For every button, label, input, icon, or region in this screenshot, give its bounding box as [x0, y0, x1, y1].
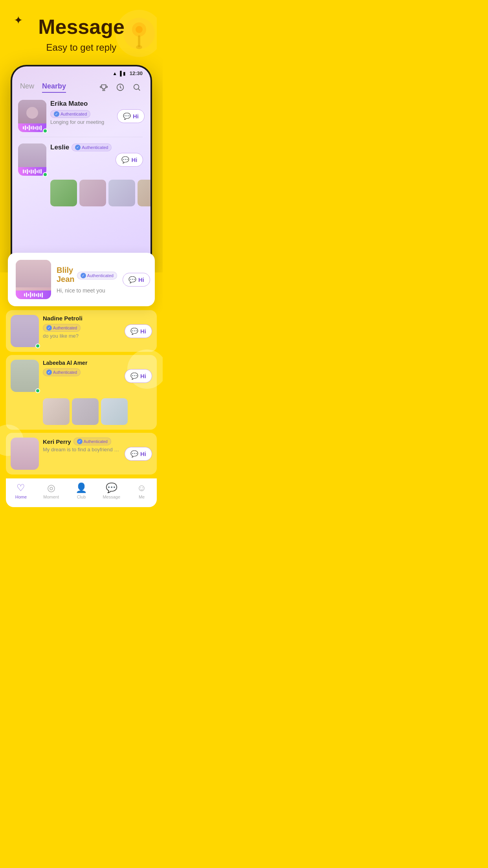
avatar-wrap [18, 100, 46, 132]
auth-badge: ✓ Authenticated [73, 438, 111, 445]
user-info: Leslie ✓ Authenticated [50, 143, 112, 153]
floating-avatar [16, 260, 51, 299]
hi-button[interactable]: 💬 Hi [125, 324, 152, 338]
nav-item-club[interactable]: 👤 Club [70, 482, 93, 499]
avatar [11, 360, 39, 392]
floating-info: Blily Jean ✓ Authenticated Hi, nice to m… [57, 266, 117, 294]
trophy-icon-button[interactable] [98, 81, 110, 93]
bottom-nav: ♡ Home ◎ Moment 👤 Club 💬 Message ☺ Me [6, 478, 157, 507]
status-bar: ▲ ▐ ▮ 12:30 [12, 66, 150, 78]
auth-badge: ✓ Authenticated [77, 272, 117, 280]
search-icon-button[interactable] [131, 81, 143, 93]
app-container: ✦ ✦ Message Easy to get reply ▲ [0, 0, 163, 515]
photo-thumb[interactable] [50, 180, 77, 206]
me-icon: ☺ [137, 482, 147, 493]
nav-label-club: Club [77, 495, 86, 499]
svg-point-7 [134, 85, 139, 90]
user-name: Erika Mateo [50, 100, 88, 108]
photo-thumb[interactable] [79, 180, 106, 206]
clock-icon-button[interactable] [114, 81, 126, 93]
photo-thumb[interactable] [43, 398, 70, 425]
avatar-wrap [11, 360, 39, 392]
signal-icon: ▐ [118, 71, 122, 76]
user-list: Erika Mateo ✓ Authenticated Longing for … [12, 95, 150, 211]
auth-badge: ✓ Authenticated [72, 143, 112, 151]
avatar [18, 143, 46, 176]
list-item[interactable]: Erika Mateo ✓ Authenticated Longing for … [16, 95, 147, 137]
user-status: do you like me? [43, 333, 121, 339]
online-indicator [43, 172, 48, 177]
avatar-wrap [11, 315, 39, 347]
user-info: Keri Perry ✓ Authenticated My dream is t… [43, 438, 121, 452]
club-icon: 👤 [75, 482, 87, 493]
hero-section: ✦ ✦ Message Easy to get reply ▲ [0, 0, 163, 272]
list-item[interactable]: Keri Perry ✓ Authenticated My dream is t… [6, 433, 157, 474]
photo-thumb[interactable] [101, 398, 128, 425]
hi-button[interactable]: 💬 Hi [125, 447, 152, 461]
user-name: Keri Perry [43, 438, 71, 445]
nav-label-moment: Moment [43, 495, 59, 499]
tab-nearby[interactable]: Nearby [42, 82, 66, 93]
home-icon: ♡ [17, 482, 25, 493]
list-item[interactable]: Labeeba Al Amer ✓ Authenticated 💬 Hi [6, 355, 157, 430]
nav-item-me[interactable]: ☺ Me [130, 482, 154, 499]
avatar [11, 438, 39, 470]
online-indicator [35, 388, 40, 393]
hi-button[interactable]: 💬 Hi [117, 109, 145, 123]
phone-mockup: ▲ ▐ ▮ 12:30 New Nearby [11, 65, 152, 272]
hi-button[interactable]: 💬 Hi [125, 369, 152, 383]
avatar-wrap [18, 143, 46, 176]
floating-card[interactable]: Blily Jean ✓ Authenticated Hi, nice to m… [8, 253, 155, 306]
nav-label-home: Home [15, 495, 27, 499]
nav-item-home[interactable]: ♡ Home [9, 482, 33, 499]
auth-badge: ✓ Authenticated [43, 324, 81, 332]
avatar [18, 100, 46, 132]
avatar-wrap [11, 438, 39, 470]
yellow-bottom-section: Nadine Petroli ✓ Authenticated do you li… [0, 310, 163, 515]
nav-label-me: Me [139, 495, 145, 499]
user-name: Nadine Petroli [43, 315, 83, 322]
floating-user-name: Blily Jean [57, 266, 75, 284]
floating-status: Hi, nice to meet you [57, 287, 117, 294]
hi-button[interactable]: 💬 Hi [116, 153, 143, 167]
user-info: Nadine Petroli ✓ Authenticated do you li… [43, 315, 121, 339]
message-icon: 💬 [106, 482, 117, 493]
tab-bar: New Nearby [12, 78, 150, 95]
user-name: Labeeba Al Amer [43, 360, 87, 366]
hero-subtitle: Easy to get reply [8, 42, 155, 53]
nav-item-message[interactable]: 💬 Message [100, 482, 123, 499]
photo-thumb[interactable] [138, 180, 150, 206]
status-time: 12:30 [130, 70, 143, 76]
tab-new[interactable]: New [20, 82, 34, 93]
phone-screen: ▲ ▐ ▮ 12:30 New Nearby [12, 66, 150, 271]
photo-row [50, 180, 150, 206]
photo-thumb[interactable] [72, 398, 99, 425]
avatar [11, 315, 39, 347]
user-status: My dream is to find a boyfriend who l... [43, 447, 121, 452]
battery-icon: ▮ [123, 71, 126, 76]
auth-badge: ✓ Authenticated [50, 110, 90, 118]
online-indicator [43, 129, 48, 133]
hi-button-floating[interactable]: 💬 Hi [123, 273, 150, 287]
photo-thumb[interactable] [108, 180, 135, 206]
hero-title: Message [8, 16, 155, 38]
wifi-icon: ▲ [112, 71, 117, 76]
moment-icon: ◎ [47, 482, 55, 493]
user-info: Labeeba Al Amer ✓ Authenticated [43, 360, 121, 377]
nav-label-message: Message [103, 495, 120, 499]
user-status: Longing for our meeting [50, 119, 113, 125]
photo-row [43, 398, 128, 425]
auth-badge: ✓ Authenticated [43, 368, 81, 376]
user-name: Leslie [50, 143, 69, 151]
online-indicator [35, 344, 40, 348]
list-item[interactable]: Leslie ✓ Authenticated 💬 Hi [16, 137, 147, 211]
nav-item-moment[interactable]: ◎ Moment [39, 482, 63, 499]
list-item[interactable]: Nadine Petroli ✓ Authenticated do you li… [6, 310, 157, 352]
user-info: Erika Mateo ✓ Authenticated Longing for … [50, 100, 113, 125]
